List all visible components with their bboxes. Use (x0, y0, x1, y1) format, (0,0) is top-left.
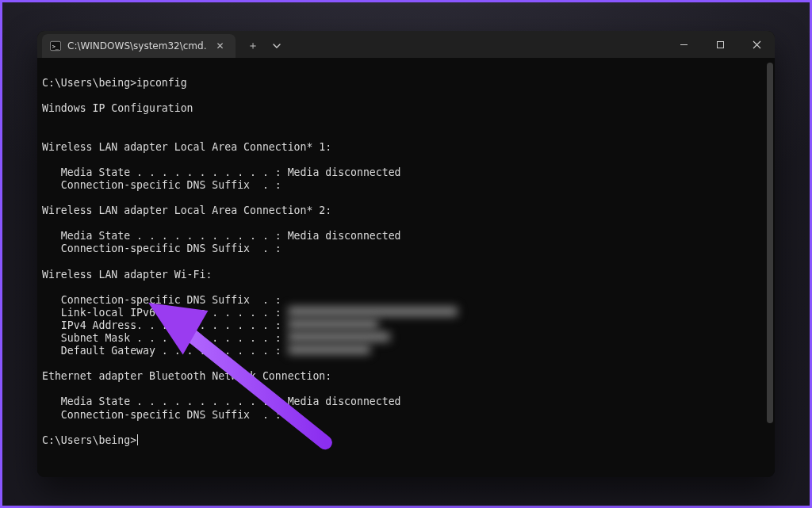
titlebar: >_ C:\WINDOWS\system32\cmd. ✕ ＋ (37, 31, 775, 58)
prompt-line: C:\Users\being>ipconfig (42, 77, 187, 89)
adapter-line: Connection-specific DNS Suffix . : (42, 294, 282, 306)
adapter-title: Wireless LAN adapter Wi-Fi: (42, 269, 212, 281)
adapter-line: Media State . . . . . . . . . . . : Medi… (42, 395, 401, 407)
svg-text:>_: >_ (52, 44, 59, 50)
chevron-down-icon (273, 42, 281, 50)
blurred-ipv4-value: XXXXXXXXXXXX (288, 319, 378, 329)
prompt-path: C:\Users\being> (42, 434, 136, 446)
prompt-line-2: C:\Users\being> (42, 434, 138, 446)
tab-label: C:\WINDOWS\system32\cmd. (67, 40, 206, 52)
adapter-line: Default Gateway . . . . . . . . . : (42, 345, 282, 357)
tab-close-button[interactable]: ✕ (213, 40, 227, 52)
adapter-title: Wireless LAN adapter Local Area Connecti… (42, 141, 331, 153)
adapter-line-ipv4: IPv4 Address. . . . . . . . . . . : (42, 319, 282, 331)
adapter-line: Subnet Mask . . . . . . . . . . . : (42, 332, 282, 344)
typed-command: ipconfig (136, 77, 187, 89)
adapter-line: Connection-specific DNS Suffix . : (42, 179, 282, 191)
screenshot-frame: >_ C:\WINDOWS\system32\cmd. ✕ ＋ (0, 0, 812, 508)
terminal-window: >_ C:\WINDOWS\system32\cmd. ✕ ＋ (37, 31, 775, 477)
new-tab-button[interactable]: ＋ (242, 36, 264, 56)
adapter-line: Media State . . . . . . . . . . . : Medi… (42, 166, 401, 178)
svg-rect-2 (680, 44, 688, 45)
close-button[interactable] (738, 31, 775, 58)
blurred-ipv6-value: XXXXXXXXXXXXXXXXXXXXXXXX (288, 307, 458, 316)
adapter-line: Media State . . . . . . . . . . . : Medi… (42, 230, 401, 242)
maximize-icon (716, 40, 725, 49)
scrollbar-thumb[interactable] (767, 63, 773, 423)
vertical-scrollbar[interactable] (767, 63, 773, 472)
adapter-title: Ethernet adapter Bluetooth Network Conne… (42, 370, 331, 382)
cmd-icon: >_ (50, 40, 61, 52)
prompt-path: C:\Users\being> (42, 77, 136, 89)
adapter-line: Connection-specific DNS Suffix . : (42, 243, 282, 254)
window-controls (665, 31, 775, 58)
titlebar-drag-area[interactable] (288, 31, 665, 58)
blurred-gateway-value: XXXXXXXXXXX (288, 345, 370, 354)
minimize-icon (680, 40, 688, 49)
svg-rect-3 (717, 41, 723, 48)
tab-dropdown-button[interactable] (266, 36, 288, 56)
maximize-button[interactable] (702, 31, 738, 58)
blurred-mask-value: XXXXXXXXXXXXXX (288, 332, 390, 342)
adapter-line: Link-local IPv6 Address . . . . . : (42, 307, 282, 319)
terminal-body[interactable]: C:\Users\being>ipconfig Windows IP Confi… (37, 58, 775, 477)
adapter-line: Connection-specific DNS Suffix . : (42, 409, 282, 421)
ipconfig-header: Windows IP Configuration (42, 102, 193, 114)
terminal-output: C:\Users\being>ipconfig Windows IP Confi… (42, 77, 767, 447)
close-icon (753, 40, 761, 49)
adapter-title: Wireless LAN adapter Local Area Connecti… (42, 204, 331, 216)
minimize-button[interactable] (665, 31, 702, 58)
text-cursor (137, 434, 138, 445)
tab-cmd[interactable]: >_ C:\WINDOWS\system32\cmd. ✕ (42, 34, 236, 58)
tabbar-extra: ＋ (236, 31, 288, 58)
